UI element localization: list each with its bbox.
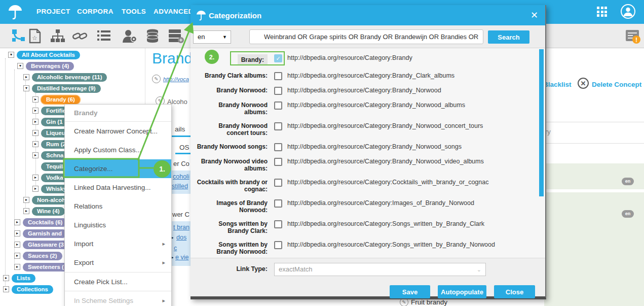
context-menu-item[interactable]: Linked Data Harvesting... (65, 178, 171, 197)
concept-pill[interactable]: Sauces (2) (23, 252, 62, 260)
narrower-link[interactable]: c (174, 245, 177, 252)
context-menu-item[interactable]: Linguistics (65, 216, 171, 234)
tree-toggle-icon[interactable]: ▾▸ (23, 197, 29, 203)
category-checkbox[interactable]: ✓ (274, 241, 282, 249)
tree-toggle-icon[interactable]: ▾▸ (3, 286, 9, 292)
category-uri: http://dbpedia.org/resource/Category:Bra… (287, 143, 462, 151)
context-menu-item[interactable]: Categorize... (65, 159, 171, 178)
context-menu-item[interactable]: Create Pick List... (65, 272, 171, 291)
list-icon[interactable] (96, 28, 111, 44)
context-menu-item[interactable]: In Scheme Settings ▸ (65, 291, 171, 306)
link-icon[interactable] (72, 28, 88, 44)
edit-pencil-icon[interactable]: ✎ (152, 75, 161, 83)
link-type-select[interactable]: exactMatch⌄ (274, 263, 486, 276)
tree-toggle-icon[interactable]: ▾▸ (32, 130, 39, 136)
delete-circle-x-icon[interactable]: ✕ (578, 78, 589, 89)
menu-project[interactable]: PROJECT (36, 8, 70, 15)
close-icon[interactable]: ✕ (531, 10, 538, 21)
narrower-link[interactable]: t bran (173, 224, 190, 231)
tree-toggle-icon[interactable]: ▾▸ (32, 141, 39, 147)
category-checkbox[interactable]: ✓ (274, 143, 282, 151)
language-select[interactable]: en▼ (193, 30, 231, 44)
broader-heading-fragment: er Co (173, 160, 190, 167)
dialog-header[interactable]: Categorization ✕ (191, 5, 545, 25)
concept-pill[interactable]: Alcoholic beverage (11) (32, 73, 107, 82)
category-uri: http://dbpedia.org/resource/Category:Son… (287, 220, 484, 228)
narrower-link[interactable]: dos (176, 234, 186, 241)
context-menu-item[interactable]: Import ▸ (65, 234, 171, 253)
tree-toggle-icon[interactable]: ▾▸ (14, 230, 20, 236)
apps-grid-icon[interactable] (597, 7, 608, 18)
narrower-link[interactable]: e vie (175, 254, 188, 261)
taxonomy-branch-icon[interactable] (11, 28, 26, 44)
tree-toggle-icon[interactable]: ▾▸ (32, 96, 39, 103)
tree-toggle-icon[interactable]: ▾▸ (23, 208, 29, 214)
concept-pill[interactable]: Wine (4) (32, 207, 65, 216)
context-menu-item[interactable]: Export ▸ (65, 253, 171, 272)
tree-toggle-icon[interactable]: ▾▸ (32, 108, 39, 114)
tree-toggle-icon[interactable]: ▾▸ (14, 242, 20, 248)
concept-pill[interactable]: Brandy (6) (41, 95, 80, 104)
category-checkbox[interactable]: ✓ (274, 87, 282, 95)
context-menu-item[interactable]: Create Narrower Concept... (65, 122, 171, 141)
tree-toggle-icon[interactable]: ▾▸ (32, 186, 39, 192)
concept-pill[interactable]: Glassware (3 (23, 241, 69, 249)
tree-toggle-icon[interactable]: ▾▸ (14, 253, 20, 259)
concept-pill[interactable]: All About Cocktails (17, 51, 80, 59)
user-avatar-icon[interactable] (621, 4, 635, 19)
category-checkbox[interactable]: ✓ (274, 179, 282, 187)
concept-uri-link[interactable]: http://voca (163, 76, 189, 82)
category-checkbox[interactable]: ✓ (274, 199, 282, 208)
concept-pill[interactable]: Sweeteners ( (23, 263, 69, 271)
tree-toggle-icon[interactable]: ▾▸ (3, 275, 9, 281)
database-icon[interactable] (145, 28, 160, 44)
autopopulate-button[interactable]: Autopopulate (438, 285, 486, 298)
category-checkbox[interactable]: ✓ (274, 220, 282, 228)
server-import-icon[interactable] (167, 28, 184, 44)
close-button[interactable]: Close (494, 285, 535, 298)
document-star-icon[interactable]: ☆ (28, 28, 42, 44)
category-checkbox[interactable]: ✓ (274, 54, 282, 62)
search-button[interactable]: Search (488, 30, 529, 44)
broader-link[interactable]: coholi (173, 173, 190, 180)
context-menu-item[interactable]: Relations (65, 197, 171, 216)
concept-pill[interactable]: Collections (12, 285, 53, 294)
concept-pill[interactable]: Cocktails (6) (23, 218, 67, 227)
context-menu-item[interactable]: Apply Custom Class... (65, 141, 171, 159)
menu-corpora[interactable]: CORPORA (77, 8, 113, 15)
category-checkbox[interactable]: ✓ (274, 158, 282, 166)
search-input[interactable] (249, 29, 483, 44)
category-checkbox[interactable]: ✓ (274, 101, 282, 110)
concept-pill[interactable]: Garnish and (23, 229, 67, 238)
concept-pill[interactable]: Distilled beverage (9) (32, 84, 101, 93)
tree-toggle-icon[interactable]: ▾▸ (8, 52, 14, 58)
tree-toggle-icon[interactable]: ▾▸ (32, 152, 39, 158)
concept-pill[interactable]: Lists (12, 274, 35, 283)
menu-tools[interactable]: TOOLS (122, 8, 146, 15)
broader-link[interactable]: stilled (172, 183, 188, 190)
category-results-list: Brandy: ✓ http://dbpedia.org/resource/Ca… (191, 48, 545, 258)
category-checkbox[interactable]: ✓ (274, 122, 282, 130)
sitemap-icon[interactable] (50, 28, 66, 44)
concept-pill[interactable]: Gin (1 (41, 118, 68, 126)
tree-toggle-icon[interactable]: ▾▸ (14, 219, 20, 225)
tree-toggle-icon[interactable]: ▾▸ (23, 85, 29, 91)
narrower-concept-item[interactable]: Fruit brandy (411, 298, 447, 306)
tree-toggle-icon[interactable]: ▾▸ (14, 264, 20, 270)
menu-advanced[interactable]: ADVANCED (154, 8, 194, 15)
concept-pill[interactable]: Beverages (4) (26, 62, 74, 71)
tree-toggle-icon[interactable]: ▾▸ (17, 63, 23, 69)
notification-warning-icon[interactable]: ! (625, 29, 641, 44)
blacklist-link[interactable]: Blacklist (543, 81, 572, 88)
delete-concept-link[interactable]: Delete Concept (592, 81, 641, 88)
tab-skos-fragment[interactable]: OS (179, 144, 190, 151)
tab-active-underline (170, 135, 191, 137)
category-checkbox[interactable]: ✓ (274, 72, 282, 80)
dialog-scrollbar[interactable] (539, 49, 544, 196)
tab-details-fragment[interactable]: ails (175, 125, 185, 133)
save-button[interactable]: Save (390, 285, 430, 298)
user-gear-icon[interactable] (122, 28, 138, 44)
tree-toggle-icon[interactable]: ▾▸ (32, 119, 39, 125)
tree-toggle-icon[interactable]: ▾▸ (23, 74, 29, 80)
tree-toggle-icon[interactable]: ▾▸ (32, 175, 39, 181)
